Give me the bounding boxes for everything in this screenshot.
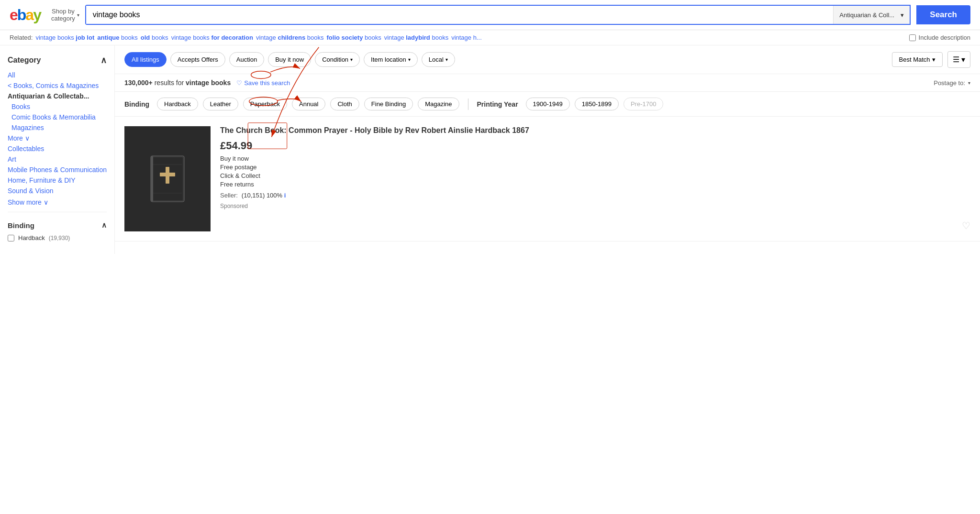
search-category-dropdown[interactable]: Antiquarian & Coll... ▾ [833,6,910,24]
chevron-down-icon: ▾ [445,57,448,62]
sidebar-item-collectables[interactable]: Collectables [8,145,107,153]
sidebar-item-mobile-phones[interactable]: Mobile Phones & Communication [8,166,107,174]
related-link-7[interactable]: vintage ladybird books [384,34,448,41]
sidebar-divider [8,212,107,212]
chevron-down-icon: ▾ [932,56,935,63]
binding-divider [468,98,468,110]
printing-year-label: Printing Year [477,100,518,108]
shop-by-category-button[interactable]: Shop by category ▾ [51,8,79,22]
listing-seller-1: Seller: (10,151) 100% i [220,192,970,199]
related-link-5[interactable]: vintage childrens books [256,34,324,41]
accepts-offers-button[interactable]: Accepts Offers [170,52,225,67]
related-link-6[interactable]: folio society books [327,34,381,41]
buy-it-now-button[interactable]: Buy it now [268,52,311,67]
include-description-checkbox-area: Include description [909,34,970,41]
sidebar-extra-items: Collectables Art Mobile Phones & Communi… [8,145,107,195]
category-section-title: Category ∧ [8,55,107,66]
listing-postage-1: Free postage [220,164,970,171]
binding-filter-section: Binding ∧ Hardback (19,930) [8,221,107,241]
binding-hardback-label: Hardback [18,234,45,241]
filter-bar: All listings Accepts Offers Auction Buy … [115,45,980,74]
sidebar-more-button[interactable]: More ∨ [8,134,107,142]
logo-y: y [33,6,41,23]
binding-tag-paperback[interactable]: Paperback [243,98,287,110]
seller-rating-1[interactable]: (10,151) 100% i [242,192,286,199]
sidebar-item-books-comics[interactable]: < Books, Comics & Magazines [8,82,107,89]
listing-heart-icon-1[interactable]: ♡ [962,220,970,231]
category-collapse-icon[interactable]: ∧ [100,55,107,66]
related-label: Related: [10,34,33,41]
logo-a: a [25,6,33,23]
binding-row: Binding Hardback Leather Paperback Annua… [115,92,980,117]
results-bar: 130,000+ results for vintage books ♡ Sav… [115,74,980,92]
sort-area: Best Match ▾ ☰ ▾ [892,51,970,68]
chevron-down-icon: ▾ [901,11,904,19]
all-listings-button[interactable]: All listings [124,52,167,67]
sidebar-show-more[interactable]: Show more ∨ [8,198,107,206]
listing-returns-1: Free returns [220,181,970,188]
svg-rect-3 [160,173,175,176]
printing-tag-1850[interactable]: 1850-1899 [575,98,619,110]
ebay-logo[interactable]: ebay [10,6,41,24]
related-link-8[interactable]: vintage h... [451,34,482,41]
content-area: All listings Accepts Offers Auction Buy … [115,45,980,254]
related-link-4[interactable]: vintage books for decoration [171,34,253,41]
sidebar-item-books[interactable]: Books [11,103,107,110]
binding-row-label: Binding [124,100,149,108]
header: ebay Shop by category ▾ Antiquarian & Co… [0,0,980,30]
binding-tag-hardback[interactable]: Hardback [157,98,198,110]
listing-details-1: The Church Book: Common Prayer - Holy Bi… [220,126,970,209]
binding-tag-leather[interactable]: Leather [203,98,238,110]
item-location-dropdown[interactable]: Item location ▾ [364,52,418,67]
sidebar-item-sound-vision[interactable]: Sound & Vision [8,187,107,195]
include-description-checkbox[interactable] [909,34,916,41]
binding-hardback-row: Hardback (19,930) [8,234,107,241]
chevron-down-icon[interactable]: ▾ [968,80,970,86]
printing-tag-1900[interactable]: 1900-1949 [526,98,570,110]
binding-tag-magazine[interactable]: Magazine [418,98,459,110]
sidebar-item-all[interactable]: All [8,71,107,79]
sidebar-item-magazines[interactable]: Magazines [11,124,107,131]
local-dropdown[interactable]: Local ▾ [422,52,455,67]
chevron-down-icon: ▾ [408,57,411,62]
search-input[interactable] [86,6,833,24]
condition-dropdown[interactable]: Condition ▾ [315,52,360,67]
chevron-down-icon: ▾ [350,57,353,62]
listing-buy-mode-1: Buy it now [220,155,970,162]
view-toggle-button[interactable]: ☰ ▾ [947,51,970,68]
listing-title-1[interactable]: The Church Book: Common Prayer - Holy Bi… [220,126,970,135]
sidebar: Category ∧ All < Books, Comics & Magazin… [0,45,115,254]
best-match-dropdown[interactable]: Best Match ▾ [892,52,943,67]
listing-price-1: £54.99 [220,140,970,152]
sidebar-item-antiquarian: Antiquarian & Collectab... [8,92,107,100]
binding-tag-annual[interactable]: Annual [292,98,325,110]
listing-image-1[interactable] [124,126,211,231]
related-link-3[interactable]: old books [141,34,168,41]
listing-sponsored-1: Sponsored [220,203,970,209]
binding-tag-cloth[interactable]: Cloth [330,98,359,110]
auction-button[interactable]: Auction [229,52,264,67]
search-bar: Antiquarian & Coll... ▾ [85,5,911,25]
main-layout: Category ∧ All < Books, Comics & Magazin… [0,45,980,254]
related-link-1[interactable]: vintage books job lot [35,34,94,41]
binding-tag-fine-binding[interactable]: Fine Binding [364,98,413,110]
related-bar: Related: vintage books job lot antique b… [0,30,980,45]
binding-hardback-checkbox[interactable] [8,235,14,241]
save-search-button[interactable]: ♡ Save this search [236,79,290,87]
sidebar-item-home-furniture[interactable]: Home, Furniture & DIY [8,176,107,184]
logo-e: e [10,6,17,23]
binding-hardback-count: (19,930) [49,235,70,241]
results-count: 130,000+ results for vintage books [124,79,231,87]
heart-icon: ♡ [236,79,242,87]
sidebar-item-comic-books[interactable]: Comic Books & Memorabilia [11,113,107,121]
printing-tag-pre1700[interactable]: Pre-1700 [624,98,663,110]
search-button[interactable]: Search [916,5,970,24]
logo-b: b [17,6,26,23]
binding-filter-title: Binding ∧ [8,221,107,230]
seller-verified-icon: i [284,192,286,199]
binding-collapse-icon[interactable]: ∧ [101,221,107,230]
sidebar-item-art[interactable]: Art [8,155,107,163]
listing-collect-1: Click & Collect [220,172,970,179]
postage-to-area: Postage to: ▾ [934,79,970,87]
related-link-2[interactable]: antique books [97,34,138,41]
